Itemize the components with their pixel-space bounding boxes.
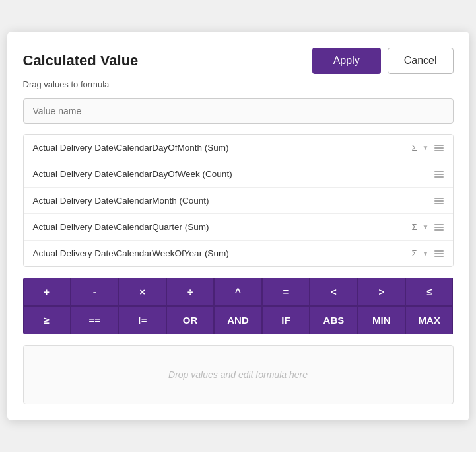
- operator-grid: +-×÷^=<>≤≥==!=ORANDIFABSMINMAX: [23, 278, 454, 334]
- operator-button[interactable]: ÷: [166, 278, 214, 306]
- hamburger-icon[interactable]: [434, 145, 444, 151]
- operator-button[interactable]: !=: [118, 306, 166, 334]
- apply-button[interactable]: Apply: [312, 48, 381, 74]
- modal-title: Calculated Value: [23, 52, 139, 69]
- operator-button[interactable]: >: [358, 278, 405, 306]
- hamburger-icon[interactable]: [434, 224, 444, 231]
- field-label: Actual Delivery Date\CalendarMonth (Coun…: [33, 196, 209, 206]
- operator-button[interactable]: ≤: [405, 278, 453, 306]
- operator-button[interactable]: -: [71, 278, 118, 306]
- list-item[interactable]: Actual Delivery Date\CalendarDayOfMonth …: [24, 135, 453, 161]
- cancel-button[interactable]: Cancel: [388, 48, 454, 74]
- list-item[interactable]: Actual Delivery Date\CalendarDayOfWeek (…: [24, 161, 453, 188]
- chevron-down-icon[interactable]: ▼: [423, 223, 429, 231]
- operator-button[interactable]: =: [262, 278, 310, 306]
- list-item[interactable]: Actual Delivery Date\CalendarQuarter (Su…: [24, 214, 453, 241]
- drag-instruction: Drag values to formula: [23, 79, 454, 89]
- operator-button[interactable]: ABS: [310, 306, 357, 334]
- operator-button[interactable]: OR: [166, 306, 214, 334]
- operator-button[interactable]: MAX: [405, 306, 453, 334]
- operator-button[interactable]: <: [310, 278, 357, 306]
- chevron-down-icon[interactable]: ▼: [423, 250, 429, 257]
- sigma-icon: Σ: [412, 143, 417, 153]
- operator-button[interactable]: ×: [118, 278, 166, 306]
- list-item[interactable]: Actual Delivery Date\CalendarMonth (Coun…: [24, 188, 453, 214]
- hamburger-icon[interactable]: [434, 250, 444, 257]
- fields-list-wrapper: Actual Delivery Date\CalendarDayOfMonth …: [23, 134, 454, 267]
- formula-area[interactable]: Drop values and edit formula here: [23, 345, 454, 404]
- operator-button[interactable]: +: [23, 278, 71, 306]
- sigma-icon: Σ: [412, 248, 417, 258]
- field-label: Actual Delivery Date\CalendarDayOfWeek (…: [33, 169, 232, 179]
- field-label: Actual Delivery Date\CalendarWeekOfYear …: [33, 248, 229, 258]
- field-label: Actual Delivery Date\CalendarDayOfMonth …: [33, 143, 229, 153]
- chevron-down-icon[interactable]: ▼: [423, 144, 429, 151]
- hamburger-icon[interactable]: [434, 198, 444, 204]
- operator-button[interactable]: AND: [214, 306, 261, 334]
- operator-button[interactable]: ≥: [23, 306, 71, 334]
- list-item[interactable]: Actual Delivery Date\CalendarWeekOfYear …: [24, 241, 453, 266]
- fields-list: Actual Delivery Date\CalendarDayOfMonth …: [23, 134, 454, 267]
- calculated-value-modal: Calculated Value Apply Cancel Drag value…: [7, 32, 469, 420]
- operator-button[interactable]: MIN: [358, 306, 405, 334]
- operator-button[interactable]: ^: [214, 278, 261, 306]
- header-buttons: Apply Cancel: [312, 48, 454, 74]
- operator-button[interactable]: IF: [262, 306, 310, 334]
- modal-header: Calculated Value Apply Cancel: [23, 48, 454, 74]
- hamburger-icon[interactable]: [434, 171, 444, 178]
- sigma-icon: Σ: [412, 222, 417, 232]
- field-label: Actual Delivery Date\CalendarQuarter (Su…: [33, 222, 209, 232]
- operator-button[interactable]: ==: [71, 306, 118, 334]
- formula-placeholder: Drop values and edit formula here: [168, 369, 308, 380]
- value-name-input[interactable]: [23, 98, 454, 124]
